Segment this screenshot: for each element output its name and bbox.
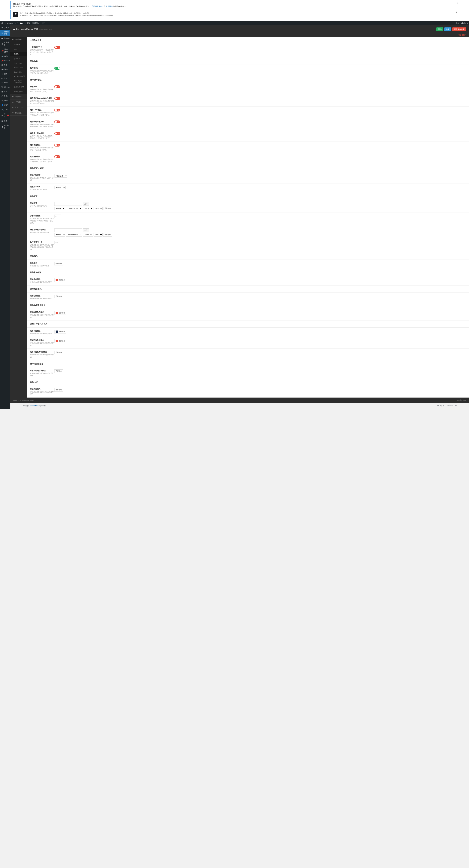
menu-portfolios[interactable]: 📌 Portfolios — [0, 59, 10, 63]
nav-favicon[interactable]: Favicon Icon — [10, 66, 27, 70]
nav-title-style[interactable]: 标题样式 — [10, 42, 27, 47]
promo-btn-toggle[interactable]: 关 — [54, 121, 60, 123]
sticky-bg-color-button[interactable]: 选择颜色 — [103, 233, 112, 237]
stripe-enable-link[interactable]: 立即启用Stripe — [92, 5, 103, 7]
border-color-button[interactable]: 选择颜色 — [54, 388, 63, 392]
menu-unyson[interactable]: ◆ Unyson — [0, 36, 10, 40]
dropdown-color-button[interactable]: 选择颜色 — [54, 330, 66, 334]
footer-powered: Powered by QuomodoThemes — [13, 399, 34, 401]
menu-brizy[interactable]: ◆ Brizy — [0, 81, 10, 85]
menu-dashboard[interactable]: ⚙ 仪表盘 — [0, 25, 10, 30]
bg-repeat-select[interactable]: repeat — [54, 207, 65, 210]
dropdown-hover-color-button[interactable]: 选择颜色 — [54, 339, 66, 343]
text-align-select[interactable]: Center — [54, 186, 66, 189]
section-hover-color: 菜单悬停颜色 — [27, 269, 469, 276]
menu-color-button[interactable]: 选择颜色 — [54, 262, 63, 266]
menu-collapse[interactable]: ◀ 收起菜单 — [0, 123, 10, 130]
nav-custom-css[interactable]: ✱ 自定义CSS — [10, 105, 27, 110]
nav-loading[interactable]: 加载动画 开/关 — [10, 85, 27, 89]
nav-sidebar[interactable]: 排栏 — [10, 47, 27, 52]
opt-title: 一页导航打开？ — [30, 46, 54, 49]
user-btn-toggle[interactable]: 关 — [54, 132, 60, 135]
wp-logo-icon[interactable]: ⓦ — [1, 22, 3, 25]
comments-icon[interactable]: 💬 0 — [20, 22, 23, 24]
menu-users[interactable]: 👤 用户 — [0, 103, 10, 107]
user-greeting[interactable]: 您好，admin ▢ — [456, 22, 468, 25]
restore-button[interactable]: 恢复 — [444, 27, 451, 31]
new-link[interactable]: + 新建 — [25, 22, 30, 25]
menu-media[interactable]: 🎭 媒体 — [0, 54, 10, 59]
menu-plugins[interactable]: 🔌 插件 — [0, 98, 10, 103]
bg-opacity-input[interactable] — [54, 215, 61, 218]
sticky-attach-select[interactable]: scroll — [83, 233, 93, 237]
sticky-opacity-input[interactable] — [54, 241, 61, 244]
section-width-align: 菜单宽度 + 对齐 — [27, 165, 469, 172]
section-bg: 菜单背景 — [27, 193, 469, 200]
menu-appearance[interactable]: 🖌 外观 — [0, 94, 10, 98]
nav-main-menu[interactable]: 主菜单 — [10, 52, 27, 56]
menu-fields[interactable]: ▦ 字段 — [0, 119, 10, 123]
section-nav-settings: 一页导航设置 — [27, 37, 469, 44]
bg-attach-select[interactable]: scroll — [83, 207, 93, 210]
stripe-learn-link[interactable]: 了解更多 — [106, 5, 113, 7]
bg-position-select[interactable]: center center — [66, 207, 82, 210]
offcanvas-btn-toggle[interactable]: 关 — [54, 97, 60, 100]
translate-link[interactable]: 翻译网站 — [32, 22, 39, 25]
menu-aabbe[interactable]: ✱ Aabbe 选项 — [0, 30, 10, 36]
nav-footer[interactable]: ✱ 页脚部分 — [10, 94, 27, 99]
menu-templates[interactable]: ▦ 模板 — [0, 89, 10, 94]
anim-border-color-button[interactable]: 选择颜色 — [54, 369, 63, 373]
menu-elementor[interactable]: Ⓔ Elementor — [0, 85, 10, 89]
close-icon[interactable]: ✕ — [456, 11, 458, 13]
nav-backup[interactable]: ✱ 备份选项 — [10, 110, 27, 116]
menu-downloads[interactable]: ⬇ 下载 — [0, 72, 10, 76]
hover-color-button[interactable]: 选择颜色 — [54, 278, 66, 282]
updates-icon[interactable]: ↻ 7 — [15, 22, 18, 24]
stripe-notice: ✕ 接受信用卡付款与条纹 Easy Digital Downloads现在可以让… — [10, 1, 459, 9]
content-width-select[interactable]: 容器全宽 — [54, 174, 67, 178]
menu-posts[interactable]: 📌 博客文章 — [0, 47, 10, 54]
bg-size-select[interactable]: size — [94, 207, 102, 210]
nav-page-section[interactable]: ✱ 页面部分 — [10, 37, 27, 42]
action-btn-toggle[interactable]: 关 — [54, 155, 60, 158]
wordpress-link[interactable]: WordPress — [30, 405, 38, 407]
nav-upload-logo[interactable]: 上传LOGO — [10, 61, 27, 66]
bg-color-button[interactable]: 选择颜色 — [103, 207, 112, 210]
one-page-nav-toggle[interactable]: 关 — [54, 46, 60, 49]
lang-btn-toggle[interactable]: 关 — [54, 144, 60, 147]
options-content: 一页导航设置 一页导航打开？如果要启用或禁用一个页面菜单链接效果，仅在页面（Y）… — [27, 37, 469, 398]
reset-all-button[interactable]: 重置所有选项 — [452, 27, 466, 31]
bg-image-input[interactable] — [54, 202, 82, 206]
dropdown-hover-bg-button[interactable]: 选择颜色 — [54, 351, 63, 354]
upload-button[interactable]: 上传 — [83, 202, 89, 206]
nav-edd[interactable]: Easy Digital Downloads — [10, 79, 27, 85]
cart-btn-toggle[interactable]: 关 — [54, 109, 60, 112]
sticky-size-select[interactable]: size — [94, 233, 102, 237]
menu-contact[interactable]: ✉ 联系 — [0, 76, 10, 81]
menu-comments[interactable]: 💬 评论 — [0, 67, 10, 72]
sticky-menu-toggle[interactable]: 开 — [54, 67, 60, 70]
menu-tools[interactable]: 🔧 工具 — [0, 107, 10, 112]
search-btn-toggle[interactable]: 关 — [54, 85, 60, 88]
sticky-hover-color-button[interactable]: 选择颜色 — [54, 311, 66, 315]
menu-pages[interactable]: ▤ 页面 — [0, 63, 10, 67]
menu-settings[interactable]: ⚙ 设置 1 — [0, 112, 10, 119]
nav-social[interactable]: ✱ 社交部分 — [10, 99, 27, 105]
nav-blog-setting[interactable]: Blog Setting — [10, 70, 27, 74]
sticky-bg-input[interactable] — [54, 228, 82, 232]
edd-link[interactable]: EDD — [41, 22, 45, 24]
sticky-position-select[interactable]: center center — [66, 233, 82, 237]
sticky-color-button[interactable]: 选择颜色 — [54, 294, 63, 298]
nav-post-page[interactable]: 帖子和页面设置 — [10, 74, 27, 79]
reset-section-link[interactable]: 重置此部分 — [459, 34, 466, 36]
brizy-greeting: 您好！您好！看来您是用Brizy来建立您的网站的。看来你是在使用Brizy来建立… — [20, 12, 115, 14]
close-icon[interactable]: ✕ — [457, 2, 458, 4]
save-button[interactable]: 保存 — [436, 27, 443, 31]
nav-mobile-menu[interactable]: 手机菜单 — [10, 56, 27, 61]
nav-scroll-btn[interactable]: 滚动顶部按钮 — [10, 89, 27, 94]
upload-button[interactable]: 上传 — [83, 228, 89, 232]
sticky-repeat-select[interactable]: repeat — [54, 233, 65, 237]
menu-elements[interactable]: ◉ 元素准备 — [0, 40, 10, 47]
page-title: Aabbe WordPress 主题由 Quomodo 主题 — [13, 28, 52, 31]
site-name[interactable]: ⌂ waziper — [5, 22, 13, 24]
